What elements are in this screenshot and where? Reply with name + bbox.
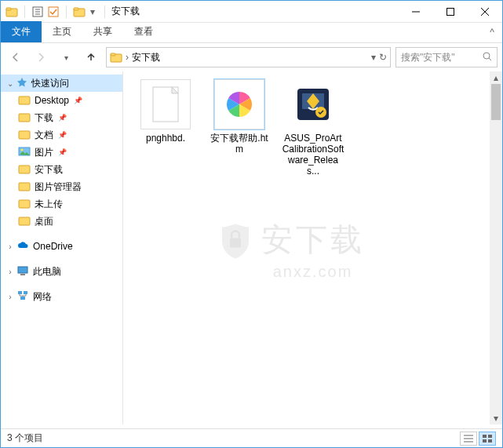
window-title: 安下载 xyxy=(111,5,140,18)
nav-bar: ▾ › 安下载 ▾ ↻ 搜索"安下载" xyxy=(1,43,502,71)
file-list: pnghhbd. 安下载帮助.htm ASUS_ProArtCalibratio… xyxy=(123,71,502,184)
watermark-text-en: anxz.com xyxy=(261,263,365,281)
tree-item-documents[interactable]: 文档📌 xyxy=(1,126,122,144)
address-dropdown-icon[interactable]: ▾ xyxy=(371,52,376,63)
tree-item-desktop2[interactable]: 桌面 xyxy=(1,213,122,230)
back-button[interactable] xyxy=(5,47,26,67)
cloud-icon xyxy=(16,239,29,254)
file-thumbnail xyxy=(214,79,264,129)
tree-label: 网络 xyxy=(33,290,52,304)
vertical-scrollbar[interactable]: ▴ ▾ xyxy=(490,71,502,424)
scroll-down-button[interactable]: ▾ xyxy=(490,412,502,424)
star-icon xyxy=(16,77,27,90)
svg-rect-28 xyxy=(230,239,241,248)
tree-quick-access[interactable]: ⌄ 快速访问 xyxy=(1,75,122,92)
folder-icon xyxy=(18,128,31,143)
tree-item-downloads[interactable]: 下载📌 xyxy=(1,109,122,126)
tree-label: Desktop xyxy=(35,95,69,106)
svg-rect-23 xyxy=(20,297,25,300)
watermark: 安下载 anxz.com xyxy=(261,218,365,281)
pictures-icon xyxy=(18,145,31,160)
expand-icon[interactable]: › xyxy=(5,268,15,276)
properties-icon[interactable] xyxy=(31,5,44,18)
maximize-button[interactable] xyxy=(433,1,468,23)
svg-rect-31 xyxy=(483,439,487,443)
svg-rect-20 xyxy=(20,274,25,275)
up-button[interactable] xyxy=(81,47,101,67)
separator xyxy=(24,5,25,18)
scroll-thumb[interactable] xyxy=(491,84,501,120)
watermark-icon xyxy=(217,221,253,264)
svg-rect-16 xyxy=(19,183,30,191)
ribbon-expand-button[interactable]: ^ xyxy=(482,22,502,42)
tree-label: 安下载 xyxy=(35,163,63,177)
chevron-right-icon[interactable]: › xyxy=(122,52,132,63)
folder-icon xyxy=(18,180,31,195)
close-button[interactable] xyxy=(468,1,502,23)
separator xyxy=(66,5,67,18)
tree-this-pc[interactable]: ›此电脑 xyxy=(1,263,122,280)
tree-label: 图片 xyxy=(35,146,53,159)
svg-rect-12 xyxy=(19,131,30,139)
checkbox-icon[interactable] xyxy=(47,5,60,18)
separator xyxy=(104,5,105,18)
tree-label: 桌面 xyxy=(35,215,53,228)
svg-rect-19 xyxy=(18,267,27,273)
breadcrumb-current[interactable]: 安下载 xyxy=(132,51,160,64)
folder-icon xyxy=(73,5,86,18)
svg-rect-32 xyxy=(488,439,492,443)
search-input[interactable]: 搜索"安下载" xyxy=(395,47,498,67)
address-bar[interactable]: › 安下载 ▾ ↻ xyxy=(106,47,391,67)
tree-onedrive[interactable]: ›OneDrive xyxy=(1,238,122,255)
tree-label: 文档 xyxy=(35,129,53,142)
recent-dropdown[interactable]: ▾ xyxy=(56,47,76,67)
scroll-track[interactable] xyxy=(490,84,502,412)
file-item[interactable]: pnghhbd. xyxy=(134,79,197,144)
tree-item-unuploaded[interactable]: 未上传 xyxy=(1,195,122,213)
scroll-up-button[interactable]: ▴ xyxy=(490,71,502,84)
folder-icon xyxy=(5,5,18,18)
search-icon xyxy=(483,52,492,64)
qat-dropdown-icon[interactable]: ▾ xyxy=(89,6,97,17)
details-view-button[interactable] xyxy=(460,432,477,446)
file-item[interactable]: 安下载帮助.htm xyxy=(208,79,271,155)
collapse-icon[interactable]: ⌄ xyxy=(5,79,15,88)
file-name: 安下载帮助.htm xyxy=(208,133,271,155)
main-area: ⌄ 快速访问 Desktop📌 下载📌 文档📌 图片📌 安下载 图片管理器 未上… xyxy=(1,71,502,424)
tab-file[interactable]: 文件 xyxy=(1,21,42,42)
qat: ▾ xyxy=(1,5,101,18)
svg-point-9 xyxy=(483,53,490,59)
tree-label: 未上传 xyxy=(35,198,63,211)
svg-rect-29 xyxy=(483,435,487,438)
file-name: ASUS_ProArtCalibrationSoftware_Releas... xyxy=(282,133,344,177)
tree-network[interactable]: ›网络 xyxy=(1,288,122,305)
pin-icon: 📌 xyxy=(58,131,67,139)
expand-icon[interactable]: › xyxy=(5,242,15,251)
svg-rect-6 xyxy=(447,8,454,15)
svg-rect-3 xyxy=(49,7,58,16)
watermark-text-cn: 安下载 xyxy=(261,218,365,261)
icons-view-button[interactable] xyxy=(479,432,496,446)
svg-rect-30 xyxy=(488,435,492,438)
status-bar: 3 个项目 xyxy=(1,428,502,447)
pc-icon xyxy=(16,264,29,279)
network-icon xyxy=(16,290,29,304)
file-pane[interactable]: pnghhbd. 安下载帮助.htm ASUS_ProArtCalibratio… xyxy=(123,71,502,424)
tree-item-pictures[interactable]: 图片📌 xyxy=(1,144,122,161)
tree-label: 快速访问 xyxy=(31,77,69,90)
tree-item-picmgr[interactable]: 图片管理器 xyxy=(1,178,122,195)
tab-view[interactable]: 查看 xyxy=(123,21,164,42)
folder-icon xyxy=(18,162,31,177)
svg-rect-1 xyxy=(6,8,11,10)
file-item[interactable]: ASUS_ProArtCalibrationSoftware_Releas... xyxy=(282,79,344,177)
minimize-button[interactable] xyxy=(399,1,433,23)
expand-icon[interactable]: › xyxy=(5,293,15,301)
tab-home[interactable]: 主页 xyxy=(42,21,82,42)
svg-rect-17 xyxy=(19,200,30,208)
forward-button[interactable] xyxy=(31,47,51,67)
tree-item-anxz[interactable]: 安下载 xyxy=(1,161,122,178)
tab-share[interactable]: 共享 xyxy=(82,21,123,42)
tree-item-desktop[interactable]: Desktop📌 xyxy=(1,92,122,109)
nav-tree[interactable]: ⌄ 快速访问 Desktop📌 下载📌 文档📌 图片📌 安下载 图片管理器 未上… xyxy=(1,71,123,424)
refresh-button[interactable]: ↻ xyxy=(379,52,387,63)
